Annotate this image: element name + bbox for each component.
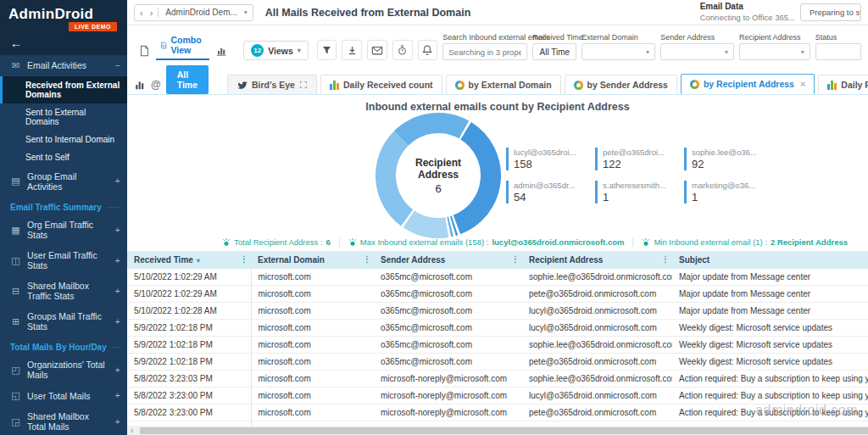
history-nav: ‹ › AdminDroid Dem... ▾ xyxy=(134,4,253,21)
export-button[interactable] xyxy=(342,40,362,60)
legend-item[interactable]: sophie.lee@o36...92 xyxy=(684,148,765,170)
table-row[interactable]: 5/8/2022 3:23:03 PMmicrosoft.commicrosof… xyxy=(127,371,868,388)
view-mode-switcher: Combo View xyxy=(134,31,231,60)
sidebar-item-groups-mail-traffic-stats[interactable]: ⊞ Groups Mail Traffic Stats + xyxy=(0,306,127,337)
sidebar-item-organizations-total-mails[interactable]: ◰ Organizations' Total Mails + xyxy=(0,354,127,385)
legend-item[interactable]: marketing@o36...1 xyxy=(684,181,765,204)
sidebar-item-group-email-activities[interactable]: ▤ Group Email Activities + xyxy=(0,166,127,197)
status-filter: Status xyxy=(815,33,861,60)
table-row[interactable]: 5/9/2022 1:02:18 PMmicrosoft.como365mc@m… xyxy=(127,354,868,371)
summary-min-inbound: Min Inbound external email (1) :2 Recipi… xyxy=(632,237,856,247)
views-dropdown-button[interactable]: 12 Views ▾ xyxy=(243,41,309,60)
tab-daily-received-count[interactable]: Daily Received count xyxy=(320,75,442,94)
expand-toggle-icon[interactable]: + xyxy=(115,416,120,427)
sidebar-item-user-total-mails[interactable]: ◱ User Total Mails + xyxy=(0,385,127,406)
sidebar-item-email-activities[interactable]: ✉ Email Activities − xyxy=(0,55,127,76)
sidebar-item-shared-mailbox-total-mails[interactable]: ◲ Shared Mailbox Total Mails + xyxy=(0,406,127,435)
email-activities-icon: ✉ xyxy=(10,60,21,71)
sidebar-item-sent-to-external-domains[interactable]: Sent to External Domains xyxy=(0,103,127,131)
table-row[interactable]: 5/10/2022 1:02:28 AMmicrosoft.como365mc@… xyxy=(127,303,868,320)
app-logo[interactable]: AdminDroid LIVE DEMO xyxy=(0,0,127,34)
received-time-value[interactable]: All Time xyxy=(532,43,576,60)
nav-back-icon[interactable]: ‹ xyxy=(140,8,143,18)
sidebar-item-shared-mailbox-traffic-stats[interactable]: ⊟ Shared Mailbox Traffic Stats + xyxy=(0,276,127,306)
tab-birds-eye[interactable]: Bird's Eye xyxy=(227,75,317,94)
table-view-button[interactable] xyxy=(134,42,154,60)
sidebar-section-total-mails-by-hour-day: Total Mails By Hour/Day xyxy=(0,337,127,354)
sender-address-select[interactable]: ▾ xyxy=(660,43,734,60)
sidebar-item-label: Group Email Activities xyxy=(27,171,109,192)
sidebar-item-org-email-traffic-stats[interactable]: ▦ Org Email Traffic Stats + xyxy=(0,215,127,245)
legend-item[interactable]: s.atheresesmith...1 xyxy=(595,181,676,204)
expand-toggle-icon[interactable]: + xyxy=(115,255,120,266)
table-row[interactable]: 5/9/2022 1:02:18 PMmicrosoft.como365mc@m… xyxy=(127,337,868,354)
donut-slice[interactable] xyxy=(403,210,449,238)
horizontal-scrollbar[interactable]: ‹ xyxy=(127,426,868,435)
expand-icon[interactable] xyxy=(299,81,308,89)
column-menu-icon[interactable]: ⋮ xyxy=(363,254,371,264)
expand-toggle-icon[interactable]: + xyxy=(115,390,120,401)
close-icon[interactable]: × xyxy=(800,79,805,89)
chart-section: Inbound external emails count by Recipie… xyxy=(127,95,868,251)
combo-view-tab[interactable]: Combo View xyxy=(156,31,209,60)
sidebar-item-sent-to-internal-domain[interactable]: Sent to Internal Domain xyxy=(0,131,127,148)
sidebar-item-label: Email Activities xyxy=(27,60,86,70)
recipient-address-filter: Recipient Address ▾ xyxy=(739,33,810,60)
all-time-button[interactable]: All Time xyxy=(166,65,209,94)
column-menu-icon[interactable]: ⋮ xyxy=(511,254,520,264)
scrollbar-thumb[interactable] xyxy=(140,427,868,434)
column-header-sender-address[interactable]: Sender Address⋮ xyxy=(374,251,522,269)
workspace-select[interactable]: AdminDroid Dem... ▾ xyxy=(158,8,247,18)
table-row[interactable]: 5/9/2022 1:02:18 PMmicrosoft.como365mc@m… xyxy=(127,320,868,337)
legend-item[interactable]: lucyl@o365droi...158 xyxy=(506,148,587,170)
status-input[interactable] xyxy=(821,47,855,57)
table-row[interactable]: 5/8/2022 3:23:00 PMmicrosoft.commicrosof… xyxy=(127,404,868,421)
column-menu-icon[interactable]: ⋮ xyxy=(240,254,248,264)
legend-item[interactable]: admin@o365dr...54 xyxy=(506,181,587,204)
sidebar-collapse-button[interactable]: ← xyxy=(0,34,127,55)
tab-by-sender-address[interactable]: by Sender Address xyxy=(565,75,677,94)
legend-item[interactable]: pete@o365droi...122 xyxy=(595,148,676,170)
insight-icon xyxy=(222,238,231,247)
tab-by-recipient-address[interactable]: by Recipient Address × xyxy=(681,74,815,94)
column-header-received-time[interactable]: Received Time▾⋮ xyxy=(127,251,251,269)
expand-toggle-icon[interactable]: + xyxy=(115,316,120,327)
mention-view-button[interactable]: @ xyxy=(151,75,161,94)
chart-view-button[interactable] xyxy=(211,42,231,60)
collapse-toggle-icon[interactable]: − xyxy=(115,60,120,71)
expand-toggle-icon[interactable]: + xyxy=(115,286,120,297)
sidebar-item-received-from-external-domains[interactable]: Received from External Domains xyxy=(0,76,127,103)
column-menu-icon[interactable]: ⋮ xyxy=(661,254,670,264)
email-data-substatus: Connecting to Office 365... xyxy=(700,13,795,22)
email-report-button[interactable] xyxy=(367,40,387,60)
table-row[interactable]: 5/8/2022 3:23:00 PMmicrosoft.commicrosof… xyxy=(127,388,868,404)
expand-toggle-icon[interactable]: + xyxy=(115,365,120,376)
expand-toggle-icon[interactable]: + xyxy=(115,176,120,187)
nav-forward-icon[interactable]: › xyxy=(150,8,153,18)
alerts-button[interactable] xyxy=(418,40,438,60)
logo-text: AdminDroid xyxy=(8,6,93,22)
column-header-subject[interactable]: Subject xyxy=(672,251,868,269)
chevron-down-icon: ▾ xyxy=(298,47,301,54)
search-input[interactable] xyxy=(448,47,521,57)
column-header-recipient-address[interactable]: Recipient Address⋮ xyxy=(522,251,672,269)
scroll-left-icon[interactable]: ‹ xyxy=(127,427,136,435)
sidebar-item-user-email-traffic-stats[interactable]: ◫ User Email Traffic Stats + xyxy=(0,245,127,276)
sync-status-button[interactable]: Preparing to syn... xyxy=(800,3,861,21)
bar-chart-icon xyxy=(827,81,837,90)
expand-toggle-icon[interactable]: + xyxy=(115,225,120,236)
sidebar-item-sent-to-self[interactable]: Sent to Self xyxy=(0,148,127,166)
tab-daily-received-summary-by-status[interactable]: Daily Received summary by Status xyxy=(818,75,868,94)
schedule-button[interactable] xyxy=(392,40,413,60)
tab-by-external-domain[interactable]: by External Domain xyxy=(446,75,561,94)
data-grid: Received Time▾⋮ External Domain⋮ Sender … xyxy=(127,251,868,426)
sort-desc-icon[interactable]: ▾ xyxy=(197,257,200,265)
table-row[interactable]: 5/10/2022 1:02:29 AMmicrosoft.como365mc@… xyxy=(127,286,868,303)
external-domain-select[interactable]: ▾ xyxy=(581,43,655,60)
filter-button[interactable] xyxy=(317,40,337,60)
donut-chart[interactable]: Recipient Address 6 xyxy=(376,113,501,238)
table-row[interactable]: 5/10/2022 1:02:29 AMmicrosoft.como365mc@… xyxy=(127,269,868,286)
chart-toggle-button[interactable] xyxy=(134,75,146,94)
column-header-external-domain[interactable]: External Domain⋮ xyxy=(251,251,374,269)
recipient-address-select[interactable]: ▾ xyxy=(739,43,810,60)
